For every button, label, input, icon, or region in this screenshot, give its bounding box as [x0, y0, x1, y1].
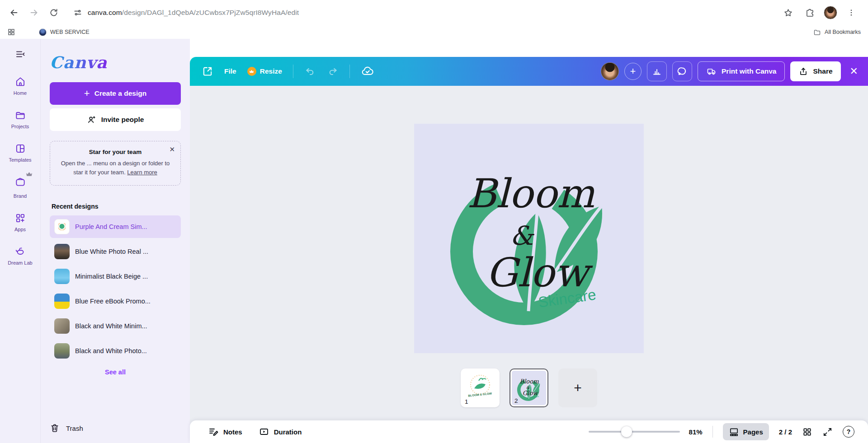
notes-button[interactable]: Notes	[208, 426, 242, 437]
premium-crown-icon	[26, 172, 33, 177]
extensions-icon[interactable]	[802, 5, 817, 20]
invite-people-button[interactable]: Invite people	[50, 108, 181, 131]
design-thumbnail	[54, 343, 70, 359]
learn-more-link[interactable]: Learn more	[127, 169, 157, 176]
duration-button[interactable]: Duration	[259, 426, 302, 437]
forward-icon[interactable]	[26, 5, 42, 20]
home-sidebar: Canva + Create a design Invite people ✕ …	[41, 39, 190, 443]
open-external-icon[interactable]	[202, 65, 213, 77]
page-thumbnails: BLOOM & GLOW 1 2 +	[190, 368, 868, 407]
rail-label: Home	[14, 90, 27, 96]
address-bar[interactable]: canva.com/design/DAGl_1dQebA/zUCwbsx7PjZ…	[66, 8, 776, 17]
browser-menu-icon[interactable]	[844, 5, 859, 20]
list-item-recent-design[interactable]: Black and White Minim...	[50, 315, 181, 337]
recent-designs-heading: Recent designs	[50, 203, 181, 210]
pages-view-button[interactable]: Pages	[723, 423, 769, 440]
url-host: canva.com	[88, 9, 122, 16]
notes-icon	[208, 426, 219, 437]
page-2-thumbnail-selected[interactable]: 2	[509, 368, 548, 407]
pro-crown-icon	[247, 67, 256, 76]
design-thumbnail	[54, 294, 70, 309]
divider	[712, 426, 713, 438]
apps-icon	[14, 212, 26, 224]
redo-icon[interactable]	[327, 65, 339, 77]
sidebar-item-home[interactable]: Home	[3, 76, 38, 96]
chart-icon	[651, 66, 662, 77]
duration-icon	[259, 426, 269, 437]
sidebar-item-apps[interactable]: Apps	[3, 212, 38, 232]
trash-button[interactable]: Trash	[50, 423, 83, 433]
list-item-recent-design[interactable]: Purple And Cream Sim...	[50, 215, 181, 238]
projects-folder-icon	[14, 109, 26, 121]
close-icon[interactable]: ✕	[169, 146, 175, 153]
zoom-slider-handle[interactable]	[621, 426, 632, 437]
site-info-icon[interactable]	[73, 8, 82, 17]
rail-label: Projects	[11, 124, 29, 129]
grid-view-button[interactable]	[802, 427, 812, 437]
apps-grid-icon[interactable]	[7, 28, 15, 36]
page-1-thumbnail[interactable]: BLOOM & GLOW 1	[461, 368, 500, 407]
sidebar-item-dream-lab[interactable]: Dream Lab	[3, 246, 38, 266]
help-button[interactable]: ?	[843, 426, 854, 438]
reload-icon[interactable]	[46, 5, 61, 20]
sidebar-item-templates[interactable]: Templates	[3, 143, 38, 163]
file-menu[interactable]: File	[224, 67, 236, 75]
share-button[interactable]: Share	[790, 61, 840, 81]
insights-button[interactable]	[647, 61, 667, 81]
create-design-button[interactable]: + Create a design	[50, 82, 181, 105]
print-with-canva-button[interactable]: Print with Canva	[698, 61, 785, 81]
plus-icon: +	[84, 89, 90, 98]
page-number: 2	[514, 397, 518, 404]
back-icon[interactable]	[6, 5, 22, 20]
zoom-slider[interactable]	[589, 431, 679, 433]
editor-topbar: File Resize +	[190, 57, 868, 86]
rail-label: Dream Lab	[8, 260, 32, 266]
add-collaborator-button[interactable]: +	[624, 63, 642, 80]
comments-button[interactable]	[672, 61, 692, 81]
bloom-glow-logo: Bloom & Glow Skincare	[414, 124, 644, 353]
design-thumbnail	[54, 269, 70, 284]
undo-icon[interactable]	[304, 65, 316, 77]
resize-button[interactable]: Resize	[247, 67, 282, 76]
list-item-recent-design[interactable]: Blue Free eBook Promo...	[50, 290, 181, 312]
invite-person-icon	[87, 115, 97, 125]
bookmark-star-icon[interactable]	[780, 5, 796, 20]
list-item-recent-design[interactable]: Minimalist Black Beige ...	[50, 265, 181, 288]
canva-app: Home Projects Templates Brand Apps Dream…	[0, 39, 868, 443]
share-upload-icon	[798, 66, 808, 76]
design-thumbnail	[54, 244, 70, 259]
add-page-button[interactable]: +	[558, 368, 597, 407]
browser-toolbar: canva.com/design/DAGl_1dQebA/zUCwbsx7PjZ…	[0, 0, 868, 25]
design-thumbnail	[54, 219, 70, 234]
home-icon	[14, 76, 26, 88]
collaborator-avatar[interactable]	[601, 62, 619, 80]
editor-area: File Resize +	[190, 39, 868, 443]
sidebar-item-projects[interactable]: Projects	[3, 109, 38, 129]
browser-profile-avatar[interactable]	[824, 6, 837, 19]
bookmark-web-service[interactable]: WEB SERVICE	[39, 28, 90, 36]
all-bookmarks[interactable]: All Bookmarks	[813, 28, 861, 36]
rail-label: Apps	[14, 227, 26, 232]
list-item-recent-design[interactable]: Blue White Photo Real ...	[50, 240, 181, 263]
see-all-link[interactable]: See all	[50, 368, 181, 376]
url-text[interactable]: canva.com/design/DAGl_1dQebA/zUCwbsx7PjZ…	[88, 9, 299, 17]
list-item-recent-design[interactable]: Black and White Photo...	[50, 340, 181, 362]
rail-label: Templates	[9, 157, 31, 163]
invite-people-label: Invite people	[101, 116, 144, 124]
design-page[interactable]: Bloom & Glow Skincare	[414, 124, 644, 353]
trash-icon	[50, 423, 60, 433]
comment-icon	[677, 66, 688, 77]
dream-lab-icon	[14, 246, 26, 257]
star-for-team-card: ✕ Star for your team Open the ... menu o…	[50, 141, 181, 186]
fullscreen-button[interactable]	[822, 427, 833, 437]
close-editor-icon[interactable]: ✕	[850, 65, 858, 77]
fullscreen-icon	[822, 427, 833, 437]
design-thumbnail	[54, 318, 70, 334]
grid-view-icon	[802, 427, 812, 437]
collapse-sidebar-icon[interactable]	[15, 49, 26, 60]
truck-icon	[706, 66, 717, 77]
bookmark-label: WEB SERVICE	[50, 29, 90, 35]
sidebar-item-brand[interactable]: Brand	[3, 176, 38, 199]
canva-logo[interactable]: Canva	[50, 54, 107, 70]
pages-icon	[729, 427, 739, 437]
